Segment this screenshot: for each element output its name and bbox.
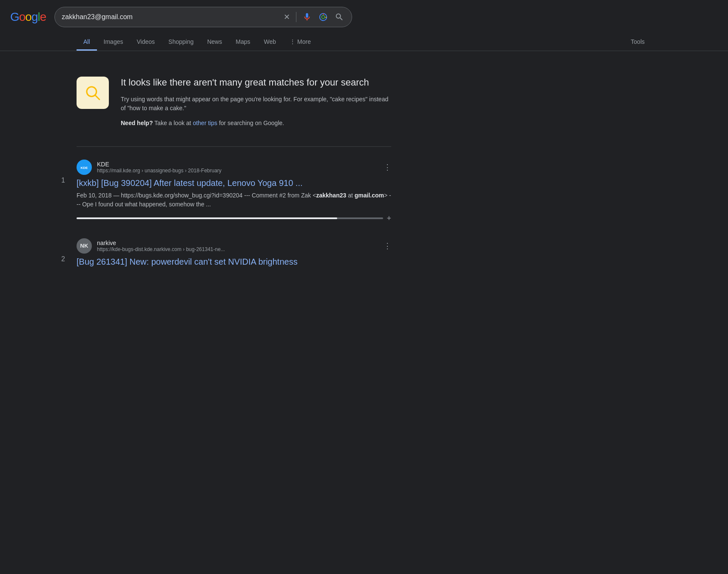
svg-point-0 (320, 14, 327, 21)
need-help-label: Need help? (121, 120, 153, 126)
google-logo: Google (10, 10, 46, 24)
close-icon: ✕ (284, 12, 290, 22)
search-input[interactable] (62, 13, 283, 21)
microphone-icon (302, 12, 312, 22)
no-results-heading: It looks like there aren't many great ma… (121, 77, 391, 89)
search-bar: ✕ (54, 7, 352, 27)
result-url-1: https://mail.kde.org › unassigned-bugs ›… (97, 168, 222, 174)
svg-text:KDE: KDE (81, 166, 88, 170)
result-title-1[interactable]: [kxkb] [Bug 390204] After latest update,… (77, 177, 391, 188)
result-item-1: 1 KDE KDE https://mail.kde.org › unassig… (77, 160, 391, 223)
result-kebab-menu-2[interactable]: ⋮ (384, 241, 391, 251)
lens-icon (318, 12, 328, 22)
tab-images[interactable]: Images (97, 34, 130, 51)
scrollbar-thumb-1 (77, 217, 337, 219)
clear-button[interactable]: ✕ (283, 11, 291, 23)
result-number-2: 2 (61, 255, 65, 263)
tab-news[interactable]: News (200, 34, 229, 51)
result-site-info-2: narkive https://kde-bugs-dist.kde.narkiv… (97, 240, 225, 252)
microphone-button[interactable] (301, 11, 313, 23)
section-divider (77, 146, 391, 147)
result-snippet-1: Feb 10, 2018 — https://bugs.kde.org/show… (77, 191, 391, 209)
vertical-divider (296, 12, 296, 22)
result-site-info-1: KDE https://mail.kde.org › unassigned-bu… (97, 161, 222, 174)
narkive-initials: NK (80, 243, 88, 249)
expand-button-1[interactable]: + (387, 214, 391, 223)
tab-all[interactable]: All (77, 34, 97, 51)
more-dots-icon: ⋮ (290, 38, 296, 45)
result-title-2[interactable]: [Bug 261341] New: powerdevil can't set N… (77, 256, 391, 267)
tab-tools[interactable]: Tools (624, 34, 651, 51)
tab-web[interactable]: Web (257, 34, 283, 51)
nav-tabs: All Images Videos Shopping News Maps Web… (0, 34, 728, 51)
tab-more[interactable]: ⋮ More (283, 34, 318, 51)
result-header-1: KDE KDE https://mail.kde.org › unassigne… (77, 160, 391, 175)
result-kebab-menu-1[interactable]: ⋮ (384, 163, 391, 172)
svg-point-1 (322, 15, 325, 18)
no-results-help: Need help? Take a look at other tips for… (121, 119, 391, 128)
search-button[interactable] (334, 11, 345, 23)
search-bar-wrapper: ✕ (54, 7, 352, 27)
tab-videos[interactable]: Videos (130, 34, 162, 51)
search-icon (335, 12, 344, 22)
no-results-text: It looks like there aren't many great ma… (121, 77, 391, 134)
scrollbar-track-1[interactable] (77, 217, 383, 219)
no-results-icon (77, 77, 109, 109)
kde-logo-icon: KDE (79, 162, 89, 172)
result-item-2: 2 NK narkive https://kde-bugs-dist.kde.n… (77, 238, 391, 267)
search-bar-icons: ✕ (283, 11, 345, 23)
header: Google ✕ (0, 0, 728, 34)
tab-maps[interactable]: Maps (229, 34, 257, 51)
result-header-2: NK narkive https://kde-bugs-dist.kde.nar… (77, 238, 391, 254)
help-suffix-text: for searching on Google. (219, 120, 284, 126)
magnifier-icon (84, 84, 102, 102)
kde-favicon: KDE (77, 160, 92, 175)
result-number-1: 1 (61, 177, 65, 184)
svg-line-3 (95, 95, 100, 100)
main-content: It looks like there aren't many great ma… (0, 51, 468, 291)
no-results-box: It looks like there aren't many great ma… (77, 77, 391, 134)
scrollbar-container-1: + (77, 214, 391, 223)
lens-button[interactable] (318, 11, 329, 23)
tab-shopping[interactable]: Shopping (162, 34, 200, 51)
result-site-name-2: narkive (97, 240, 225, 246)
narkive-favicon: NK (77, 238, 92, 254)
no-results-body: Try using words that might appear on the… (121, 95, 391, 113)
result-url-2: https://kde-bugs-dist.kde.narkive.com › … (97, 246, 225, 252)
result-site-name-1: KDE (97, 161, 222, 168)
help-middle-text: Take a look at (154, 120, 193, 126)
other-tips-link[interactable]: other tips (193, 120, 217, 126)
